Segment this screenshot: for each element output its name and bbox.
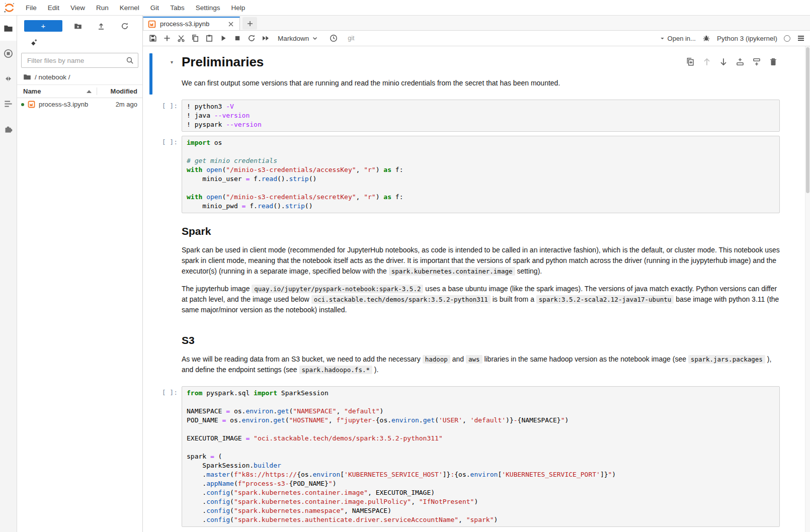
file-list-header: Name Modified bbox=[17, 84, 142, 98]
main-menu-icon[interactable] bbox=[797, 34, 805, 42]
cell-type-dropdown[interactable]: Markdown bbox=[278, 35, 318, 42]
run-all-icon[interactable] bbox=[259, 34, 273, 42]
tab-process-s3[interactable]: process-s3.ipynb bbox=[143, 17, 240, 30]
file-browser-panel: + / notebook / bbox=[17, 16, 143, 532]
activity-file-browser-icon[interactable] bbox=[0, 16, 17, 41]
breadcrumb-path: / notebook / bbox=[35, 73, 70, 81]
cell-toolbar bbox=[686, 57, 778, 66]
add-icon[interactable] bbox=[160, 34, 174, 42]
vertical-scrollbar[interactable] bbox=[805, 46, 810, 532]
run-icon[interactable] bbox=[216, 34, 230, 42]
menu-settings[interactable]: Settings bbox=[190, 1, 226, 15]
file-browser-toolbar: + bbox=[17, 16, 142, 33]
cell-list: ▾PreliminariesWe can first output some v… bbox=[143, 46, 810, 527]
menu-run[interactable]: Run bbox=[91, 1, 114, 15]
code-line: import os bbox=[187, 138, 775, 147]
activity-running-sessions-icon[interactable] bbox=[0, 41, 17, 66]
paste-icon[interactable] bbox=[202, 34, 216, 42]
close-tab-icon[interactable] bbox=[227, 20, 235, 28]
menu-kernel[interactable]: Kernel bbox=[114, 1, 145, 15]
restart-icon[interactable] bbox=[245, 34, 259, 42]
cell-type-value: Markdown bbox=[278, 35, 309, 42]
code-line: SparkSession.builder bbox=[187, 461, 775, 470]
cell-prompt: [ ]: bbox=[149, 136, 182, 213]
filter-files-input[interactable] bbox=[21, 53, 138, 68]
code-line: from pyspark.sql import SparkSession bbox=[187, 389, 775, 398]
activity-extension-manager-icon[interactable] bbox=[0, 116, 17, 141]
code-line: minio_user = f.read().strip() bbox=[187, 174, 775, 184]
bug-icon[interactable] bbox=[702, 34, 710, 42]
code-editor[interactable]: from pyspark.sql import SparkSession NAM… bbox=[182, 386, 780, 527]
menu-git[interactable]: Git bbox=[145, 1, 165, 15]
move-down-icon[interactable] bbox=[719, 57, 728, 66]
toolbar-right: Open in... Python 3 (ipykernel) bbox=[659, 34, 805, 42]
cell-2-code[interactable]: [ ]:! python3 -V! java --version! pyspar… bbox=[149, 100, 780, 132]
file-name: process-s3.ipynb bbox=[39, 101, 116, 108]
save-icon[interactable] bbox=[146, 34, 160, 42]
inline-code: spark:3.5.2-scala2.12-java17-ubuntu bbox=[536, 295, 674, 304]
caret-down-icon bbox=[659, 35, 666, 42]
menu-file[interactable]: File bbox=[20, 1, 42, 15]
jupyter-logo-icon bbox=[4, 2, 15, 14]
kernel-status-icon[interactable] bbox=[784, 35, 790, 42]
menu-view[interactable]: View bbox=[65, 1, 91, 15]
stop-icon[interactable] bbox=[230, 34, 245, 42]
activity-bar bbox=[0, 16, 17, 532]
new-tab-button[interactable] bbox=[242, 17, 257, 30]
kernel-name[interactable]: Python 3 (ipykernel) bbox=[717, 35, 777, 42]
insert-below-icon[interactable] bbox=[752, 57, 761, 66]
code-line: .config("spark.kubernetes.container.imag… bbox=[187, 497, 775, 506]
insert-above-icon[interactable] bbox=[736, 57, 745, 66]
code-line: POD_NAME = os.environ.get("HOSTNAME", f"… bbox=[187, 416, 775, 425]
git-clone-icon[interactable] bbox=[29, 39, 37, 47]
code-line: spark = ( bbox=[187, 452, 775, 461]
code-line: .config("spark.kubernetes.container.imag… bbox=[187, 488, 775, 497]
code-editor[interactable]: ! python3 -V! java --version! pyspark --… bbox=[182, 100, 780, 132]
activity-git-icon[interactable] bbox=[0, 66, 17, 91]
code-line bbox=[187, 443, 775, 452]
code-editor[interactable]: import os # get minio credentialswith op… bbox=[182, 136, 780, 213]
activity-table-of-contents-icon[interactable] bbox=[0, 91, 17, 116]
scrollbar-thumb[interactable] bbox=[806, 47, 809, 193]
menu-tabs[interactable]: Tabs bbox=[165, 1, 190, 15]
menubar: FileEditViewRunKernelGitTabsSettingsHelp bbox=[0, 0, 810, 16]
delete-icon[interactable] bbox=[769, 57, 778, 66]
new-launcher-button[interactable]: + bbox=[24, 20, 62, 32]
file-row[interactable]: process-s3.ipynb2m ago bbox=[17, 98, 142, 111]
code-line: # get minio credentials bbox=[187, 156, 775, 165]
filter-box bbox=[21, 53, 138, 68]
cell-3-code[interactable]: [ ]:import os # get minio credentialswit… bbox=[149, 136, 780, 213]
refresh-icon[interactable] bbox=[121, 22, 129, 30]
cell-prompt bbox=[149, 217, 182, 322]
code-line bbox=[187, 398, 775, 407]
clock-icon[interactable] bbox=[330, 34, 338, 42]
upload-icon[interactable] bbox=[97, 22, 105, 30]
cell-prompt bbox=[149, 326, 182, 382]
column-header-name[interactable]: Name bbox=[23, 87, 97, 95]
inline-code: spark.hadoopo.fs.* bbox=[299, 366, 372, 374]
code-line: .appName(f"process-s3-{POD_NAME}") bbox=[187, 479, 775, 488]
inline-code: aws bbox=[466, 355, 482, 364]
notebook-file-icon bbox=[28, 101, 35, 108]
code-line bbox=[187, 184, 775, 193]
heading-collapser-icon[interactable]: ▾ bbox=[171, 59, 173, 65]
breadcrumb[interactable]: / notebook / bbox=[17, 70, 142, 84]
cell-6-code[interactable]: [ ]:from pyspark.sql import SparkSession… bbox=[149, 386, 780, 527]
column-header-modified[interactable]: Modified bbox=[101, 87, 137, 95]
new-folder-icon[interactable] bbox=[74, 22, 82, 30]
cell-5-markdown[interactable]: S3As we will be reading data from an S3 … bbox=[149, 326, 780, 382]
column-divider bbox=[97, 87, 97, 95]
cell-prompt: [ ]: bbox=[149, 100, 182, 132]
open-in-dropdown[interactable]: Open in... bbox=[659, 35, 696, 42]
copy-icon[interactable] bbox=[188, 34, 202, 42]
notebook-content: ▾PreliminariesWe can first output some v… bbox=[143, 46, 810, 532]
menu-help[interactable]: Help bbox=[225, 1, 251, 15]
git-clone-row bbox=[17, 33, 142, 48]
menubar-items: FileEditViewRunKernelGitTabsSettingsHelp bbox=[20, 1, 251, 15]
cut-icon[interactable] bbox=[174, 34, 188, 42]
markdown-heading: S3 bbox=[182, 334, 780, 346]
markdown-paragraph: We can first output some versions that a… bbox=[182, 78, 780, 88]
cell-4-markdown[interactable]: SparkSpark can be used in client mode (r… bbox=[149, 217, 780, 322]
duplicate-icon[interactable] bbox=[686, 57, 695, 66]
menu-edit[interactable]: Edit bbox=[42, 1, 65, 15]
